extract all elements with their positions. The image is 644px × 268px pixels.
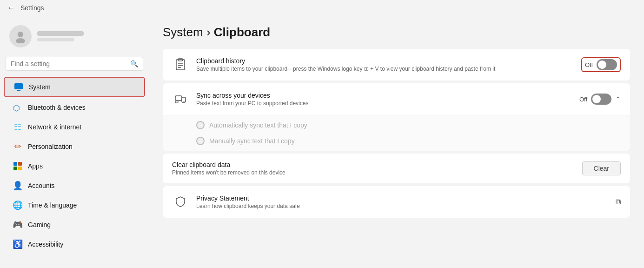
sidebar-item-accounts-label: Accounts	[28, 182, 55, 189]
radio-auto-sync: Automatically sync text that I copy	[196, 121, 621, 129]
svg-rect-5	[13, 162, 17, 166]
breadcrumb: System › Clipboard	[163, 25, 270, 39]
clipboard-history-title: Clipboard history	[196, 57, 574, 65]
breadcrumb-clipboard: Clipboard	[214, 25, 270, 39]
clear-clipboard-control: Clear	[582, 161, 621, 175]
avatar	[9, 25, 32, 47]
user-info	[37, 31, 84, 41]
clipboard-history-toggle-wrapper: Off	[581, 57, 621, 72]
clear-clipboard-row: Clear clipboard data Pinned items won't …	[163, 154, 630, 183]
svg-rect-3	[17, 90, 20, 91]
svg-rect-7	[13, 167, 17, 170]
sync-radio-group: Automatically sync text that I copy Manu…	[163, 115, 630, 151]
privacy-title: Privacy Statement	[196, 194, 608, 202]
sync-devices-title: Sync across your devices	[196, 92, 572, 99]
sidebar-item-network[interactable]: ☷ Network & internet	[4, 118, 145, 136]
clipboard-history-desc: Save multiple items to your clipboard—pr…	[196, 66, 574, 72]
sidebar-item-accounts[interactable]: 👤 Accounts	[4, 176, 145, 195]
accessibility-icon: ♿	[13, 240, 22, 249]
clipboard-history-row: Clipboard history Save multiple items to…	[163, 49, 630, 80]
radio-circle-manual	[196, 137, 205, 145]
svg-rect-14	[175, 96, 182, 100]
sync-devices-text: Sync across your devices Paste text from…	[196, 92, 572, 107]
privacy-icon	[172, 194, 189, 210]
clipboard-history-toggle[interactable]	[597, 59, 617, 70]
toggle-thumb-sync	[592, 95, 601, 103]
sync-chevron-icon[interactable]: ⌃	[615, 95, 621, 103]
sync-devices-desc: Paste text from your PC to supported dev…	[196, 100, 572, 107]
clipboard-history-card: Clipboard history Save multiple items to…	[163, 49, 630, 80]
clipboard-history-icon	[172, 56, 189, 73]
user-profile	[0, 20, 149, 57]
radio-auto-label: Automatically sync text that I copy	[209, 121, 307, 129]
radio-manual-label: Manually sync text that I copy	[209, 137, 295, 145]
breadcrumb-separator: ›	[206, 25, 214, 39]
sidebar-item-time[interactable]: 🌐 Time & language	[4, 196, 145, 214]
sidebar-item-gaming-label: Gaming	[28, 221, 51, 228]
sidebar-item-bluetooth[interactable]: ⬡ Bluetooth & devices	[4, 98, 145, 117]
sidebar-item-system-label: System	[29, 83, 51, 91]
privacy-control: ⧉	[616, 198, 621, 206]
time-icon: 🌐	[13, 201, 22, 210]
back-button[interactable]: ←	[7, 4, 15, 12]
privacy-row: Privacy Statement Learn how clipboard ke…	[163, 186, 630, 218]
clipboard-history-text: Clipboard history Save multiple items to…	[196, 57, 574, 72]
radio-circle-auto	[196, 121, 205, 129]
sidebar-item-system[interactable]: System	[4, 77, 145, 97]
sidebar-item-bluetooth-label: Bluetooth & devices	[28, 104, 86, 111]
svg-rect-6	[18, 162, 22, 166]
clipboard-history-control: Off	[581, 57, 621, 72]
apps-icon	[13, 161, 22, 171]
sidebar-item-accessibility-label: Accessibility	[28, 241, 63, 248]
network-icon: ☷	[13, 122, 22, 132]
radio-manual-sync: Manually sync text that I copy	[196, 137, 621, 145]
user-sub-bar	[37, 38, 74, 41]
page-header: System › Clipboard	[163, 25, 630, 40]
sync-devices-toggle-label: Off	[579, 96, 587, 103]
clear-button[interactable]: Clear	[582, 161, 621, 175]
sidebar-item-time-label: Time & language	[28, 201, 77, 209]
user-name-bar	[37, 31, 84, 36]
sync-devices-toggle[interactable]	[591, 94, 611, 105]
sidebar-item-personalization[interactable]: ✏ Personalization	[4, 137, 145, 156]
clear-clipboard-card: Clear clipboard data Pinned items won't …	[163, 154, 630, 183]
sidebar-item-personalization-label: Personalization	[28, 143, 73, 150]
svg-rect-16	[182, 97, 186, 102]
svg-rect-8	[18, 167, 22, 170]
search-box[interactable]: 🔍	[6, 57, 143, 71]
system-icon	[14, 82, 23, 92]
clear-clipboard-text: Clear clipboard data Pinned items won't …	[172, 161, 575, 176]
sidebar: 🔍 System ⬡ Bluetooth & devices ☷ Network…	[0, 16, 149, 268]
search-input[interactable]	[11, 60, 126, 67]
sync-devices-control: Off ⌃	[579, 94, 621, 105]
sync-devices-icon	[172, 91, 189, 107]
main-content: System › Clipboard	[149, 16, 644, 268]
sync-devices-card: Sync across your devices Paste text from…	[163, 83, 630, 151]
sidebar-item-apps-label: Apps	[28, 162, 43, 170]
svg-rect-15	[175, 101, 178, 103]
svg-text:⬡: ⬡	[13, 104, 20, 112]
clipboard-history-toggle-label: Off	[585, 61, 593, 68]
sidebar-item-gaming[interactable]: 🎮 Gaming	[4, 215, 145, 234]
app-title: Settings	[20, 4, 44, 12]
sidebar-item-accessibility[interactable]: ♿ Accessibility	[4, 235, 145, 254]
svg-point-1	[16, 38, 25, 43]
search-icon: 🔍	[130, 60, 138, 67]
sidebar-item-apps[interactable]: Apps	[4, 157, 145, 175]
accounts-icon: 👤	[13, 181, 22, 190]
privacy-text: Privacy Statement Learn how clipboard ke…	[196, 194, 608, 209]
personalization-icon: ✏	[13, 142, 22, 151]
sync-devices-row: Sync across your devices Paste text from…	[163, 83, 630, 115]
external-link-icon[interactable]: ⧉	[616, 198, 621, 206]
bluetooth-icon: ⬡	[13, 103, 22, 112]
sidebar-item-network-label: Network & internet	[28, 123, 81, 131]
clear-clipboard-title: Clear clipboard data	[172, 161, 575, 168]
svg-rect-2	[14, 83, 23, 89]
privacy-card: Privacy Statement Learn how clipboard ke…	[163, 186, 630, 218]
gaming-icon: 🎮	[13, 220, 22, 229]
privacy-desc: Learn how clipboard keeps your data safe	[196, 203, 608, 209]
clear-clipboard-desc: Pinned items won't be removed on this de…	[172, 169, 575, 176]
toggle-thumb-history	[598, 60, 606, 69]
svg-point-0	[18, 32, 23, 37]
breadcrumb-system: System	[163, 25, 203, 39]
